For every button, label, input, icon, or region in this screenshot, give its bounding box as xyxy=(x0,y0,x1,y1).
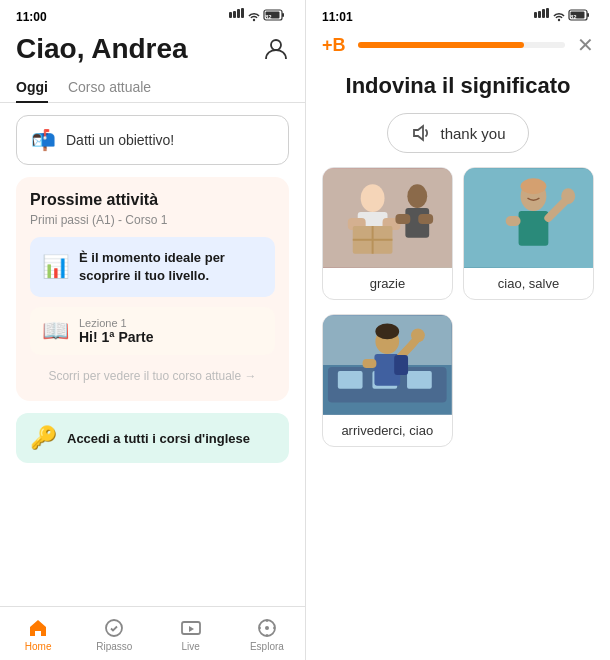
svg-point-13 xyxy=(265,626,269,630)
svg-rect-3 xyxy=(241,8,244,18)
scroll-hint: Scorri per vedere il tuo corso attuale → xyxy=(30,365,275,387)
svg-point-10 xyxy=(106,620,122,636)
activities-card: Prossime attività Primi passi (A1) - Cor… xyxy=(16,177,289,401)
banner-text: Accedi a tutti i corsi d'inglese xyxy=(67,431,250,446)
svg-rect-20 xyxy=(587,13,589,17)
lesson-icon: 📖 xyxy=(42,318,69,344)
activities-subtitle: Primi passi (A1) - Corso 1 xyxy=(30,213,275,227)
svg-rect-50 xyxy=(363,359,377,368)
live-icon xyxy=(180,617,202,639)
svg-rect-39 xyxy=(506,216,521,226)
svg-point-40 xyxy=(521,178,547,194)
audio-button-text: thank you xyxy=(440,125,505,142)
left-content: 📬 Datti un obiettivo! Prossime attività … xyxy=(0,103,305,606)
banner-icon: 🔑 xyxy=(30,425,57,451)
answer-label-grazie: grazie xyxy=(323,268,452,299)
nav-esplora[interactable]: Esplora xyxy=(229,613,305,656)
speaker-icon xyxy=(410,122,432,144)
answer-image-grazie xyxy=(323,168,452,268)
objective-icon: 📬 xyxy=(31,128,56,152)
right-top-bar: +B ✕ xyxy=(306,29,610,65)
right-panel: 11:01 82 +B ✕ Indovina il sign xyxy=(305,0,610,660)
svg-point-24 xyxy=(361,184,385,212)
svg-rect-1 xyxy=(233,11,236,18)
nav-esplora-label: Esplora xyxy=(250,641,284,652)
left-header: Ciao, Andrea xyxy=(0,29,305,73)
svg-rect-33 xyxy=(395,214,410,224)
greeting-title: Ciao, Andrea xyxy=(16,33,188,65)
svg-point-9 xyxy=(271,40,281,50)
activities-title: Prossime attività xyxy=(30,191,275,209)
tab-corso-attuale[interactable]: Corso attuale xyxy=(68,73,151,103)
left-panel: 11:00 82 Ciao, Andrea Oggi C xyxy=(0,0,305,660)
lesson-card[interactable]: 📖 Lezione 1 Hi! 1ª Parte xyxy=(30,307,275,355)
answer-label-ciao: ciao, salve xyxy=(464,268,593,299)
answer-card-grazie[interactable]: grazie xyxy=(322,167,453,300)
progress-bar-container xyxy=(358,42,565,48)
answers-grid: grazie xyxy=(322,167,594,300)
answer-label-arrivederci: arrivederci, ciao xyxy=(323,415,452,446)
svg-rect-17 xyxy=(546,8,549,18)
progress-bar-fill xyxy=(358,42,524,48)
esplora-icon xyxy=(256,617,278,639)
lesson-info: Lezione 1 Hi! 1ª Parte xyxy=(79,317,153,345)
system-icons-left: 82 xyxy=(229,8,289,25)
svg-rect-16 xyxy=(542,9,545,18)
level-card[interactable]: 📊 È il momento ideale perscoprire il tuo… xyxy=(30,237,275,297)
tab-oggi[interactable]: Oggi xyxy=(16,73,48,103)
svg-text:82: 82 xyxy=(570,14,577,20)
svg-point-31 xyxy=(407,184,427,208)
objective-card[interactable]: 📬 Datti un obiettivo! xyxy=(16,115,289,165)
svg-rect-44 xyxy=(338,371,363,389)
lesson-title: Hi! 1ª Parte xyxy=(79,329,153,345)
nav-home-label: Home xyxy=(25,641,52,652)
svg-rect-46 xyxy=(407,371,432,389)
time-right: 11:01 xyxy=(322,10,353,24)
close-button[interactable]: ✕ xyxy=(577,33,594,57)
tabs-row: Oggi Corso attuale xyxy=(0,73,305,103)
svg-text:82: 82 xyxy=(265,14,272,20)
svg-point-51 xyxy=(375,323,399,339)
home-icon xyxy=(27,617,49,639)
bottom-nav: Home Ripasso Live Esplora xyxy=(0,606,305,660)
time-left: 11:00 xyxy=(16,10,47,24)
nav-live[interactable]: Live xyxy=(153,613,229,656)
answer-image-arrivederci xyxy=(323,315,452,415)
quiz-title: Indovina il significato xyxy=(346,73,571,99)
svg-rect-0 xyxy=(229,12,232,18)
svg-point-18 xyxy=(558,19,560,21)
plus-b-logo: +B xyxy=(322,35,346,56)
system-icons-right: 82 xyxy=(534,8,594,25)
nav-ripasso-label: Ripasso xyxy=(96,641,132,652)
svg-rect-6 xyxy=(282,13,284,17)
profile-icon[interactable] xyxy=(263,36,289,62)
right-content: Indovina il significato thank you xyxy=(306,65,610,660)
nav-home[interactable]: Home xyxy=(0,613,76,656)
answer-card-arrivederci[interactable]: arrivederci, ciao xyxy=(322,314,453,447)
status-bar-right: 11:01 82 xyxy=(306,0,610,29)
svg-point-38 xyxy=(561,188,575,204)
english-banner[interactable]: 🔑 Accedi a tutti i corsi d'inglese xyxy=(16,413,289,463)
svg-rect-15 xyxy=(538,11,541,18)
audio-button[interactable]: thank you xyxy=(387,113,528,153)
bottom-row: arrivederci, ciao xyxy=(322,314,594,447)
svg-rect-14 xyxy=(534,12,537,18)
level-icon: 📊 xyxy=(42,254,69,280)
svg-point-49 xyxy=(411,328,425,342)
svg-rect-37 xyxy=(519,211,549,246)
level-text: È il momento ideale perscoprire il tuo l… xyxy=(79,249,225,285)
objective-text: Datti un obiettivo! xyxy=(66,132,174,148)
svg-point-4 xyxy=(253,19,255,21)
svg-rect-34 xyxy=(418,214,433,224)
ripasso-icon xyxy=(103,617,125,639)
answer-card-ciao[interactable]: ciao, salve xyxy=(463,167,594,300)
lesson-label: Lezione 1 xyxy=(79,317,153,329)
status-bar-left: 11:00 82 xyxy=(0,0,305,29)
nav-ripasso[interactable]: Ripasso xyxy=(76,613,152,656)
svg-rect-52 xyxy=(394,355,408,375)
svg-rect-2 xyxy=(237,9,240,18)
answer-image-ciao xyxy=(464,168,593,268)
nav-live-label: Live xyxy=(181,641,199,652)
